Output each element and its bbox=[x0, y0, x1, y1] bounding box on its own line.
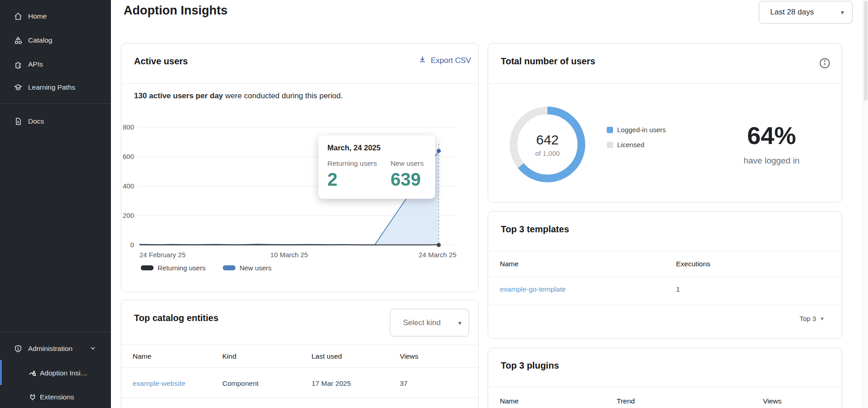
svg-text:24 February 25: 24 February 25 bbox=[139, 251, 186, 259]
kind-value: Component bbox=[222, 379, 259, 388]
sidebar-divider bbox=[0, 103, 111, 104]
card-title: Top 3 templates bbox=[501, 224, 569, 235]
legend-swatch bbox=[607, 127, 613, 133]
column-header-trend: Trend bbox=[617, 397, 635, 405]
logged-in-percentage: 64% have logged in bbox=[713, 121, 830, 166]
sidebar-item-administration[interactable]: Administration bbox=[0, 342, 111, 355]
caret-down-icon: ▾ bbox=[820, 315, 824, 322]
chart-legend: Returning users New users bbox=[141, 264, 272, 272]
table-divider bbox=[488, 305, 842, 305]
column-header-kind: Kind bbox=[222, 352, 236, 360]
donut-center-label: 642 of 1,000 bbox=[507, 104, 588, 185]
legend-new-users: New users bbox=[223, 264, 272, 272]
column-header-name: Name bbox=[133, 352, 151, 360]
legend-swatch bbox=[223, 265, 235, 270]
svg-text:10 March 25: 10 March 25 bbox=[270, 251, 308, 259]
donut-legend: Logged-in users Licensed bbox=[607, 126, 666, 149]
home-icon bbox=[14, 12, 23, 21]
column-header-name: Name bbox=[500, 260, 518, 268]
svg-text:0: 0 bbox=[130, 241, 134, 249]
card-header-divider bbox=[488, 387, 842, 387]
legend-licensed: Licensed bbox=[607, 141, 666, 149]
tooltip-returning-value: 2 bbox=[327, 169, 377, 190]
total-users-card: Total number of users 642 of 1,000 Logge… bbox=[488, 43, 842, 202]
tooltip-date: March, 24 2025 bbox=[327, 144, 426, 152]
top-catalog-entities-card: Top catalog entities Select kind ▾ Name … bbox=[121, 300, 479, 408]
sidebar: Home Catalog APIs Learning Paths Docs Ad… bbox=[0, 0, 111, 408]
page-title: Adoption Insights bbox=[124, 4, 227, 18]
puzzle-icon bbox=[14, 60, 23, 69]
period-select[interactable]: Last 28 days ▾ bbox=[759, 1, 853, 24]
legend-logged-in: Logged-in users bbox=[607, 126, 666, 134]
scrollbar-thumb[interactable] bbox=[864, 1, 868, 101]
shield-icon bbox=[14, 344, 23, 353]
table-divider bbox=[121, 398, 478, 398]
views-value: 37 bbox=[400, 379, 408, 388]
logged-in-count: 642 bbox=[536, 132, 559, 148]
column-header-last-used: Last used bbox=[312, 352, 342, 360]
trend-search-icon bbox=[28, 369, 37, 378]
info-icon[interactable] bbox=[819, 57, 831, 71]
sidebar-divider bbox=[0, 331, 111, 332]
column-header-views: Views bbox=[763, 397, 782, 405]
last-used-value: 17 Mar 2025 bbox=[312, 379, 351, 388]
top-n-select[interactable]: Top 3 ▾ bbox=[800, 315, 824, 322]
card-header-divider bbox=[488, 83, 842, 84]
caret-down-icon: ▾ bbox=[841, 9, 844, 16]
export-csv-button[interactable]: Export CSV bbox=[418, 55, 471, 66]
legend-swatch bbox=[607, 142, 613, 148]
graduation-cap-icon bbox=[14, 83, 23, 92]
card-title: Top 3 plugins bbox=[501, 360, 559, 371]
card-title: Top catalog entities bbox=[134, 313, 218, 323]
executions-value: 1 bbox=[676, 285, 680, 293]
page-scrollbar[interactable] bbox=[863, 0, 868, 408]
percent-caption: have logged in bbox=[713, 156, 830, 166]
chart-tooltip: March, 24 2025 Returning users 2 New use… bbox=[318, 135, 435, 199]
card-header-divider bbox=[121, 83, 478, 84]
period-select-value: Last 28 days bbox=[770, 8, 814, 17]
entity-link[interactable]: example-website bbox=[133, 379, 185, 388]
sidebar-item-catalog[interactable]: Catalog bbox=[0, 34, 111, 47]
svg-text:400: 400 bbox=[123, 182, 134, 190]
svg-text:24 March 25: 24 March 25 bbox=[419, 251, 456, 259]
sidebar-item-learning-paths[interactable]: Learning Paths bbox=[0, 81, 111, 94]
legend-swatch bbox=[141, 265, 153, 270]
column-header-views: Views bbox=[400, 352, 418, 360]
percent-value: 64% bbox=[713, 121, 830, 149]
select-kind-dropdown[interactable]: Select kind ▾ bbox=[390, 309, 469, 336]
caret-down-icon: ▾ bbox=[458, 319, 461, 326]
template-link[interactable]: example-go-template bbox=[500, 285, 566, 293]
sidebar-item-adoption-insights[interactable]: Adoption Insights bbox=[0, 367, 111, 379]
licensed-total: of 1,000 bbox=[535, 149, 560, 157]
top-templates-card: Top 3 templates Name Executions example-… bbox=[488, 211, 842, 339]
legend-returning-users: Returning users bbox=[141, 264, 206, 272]
plug-icon bbox=[28, 393, 37, 402]
sidebar-item-extensions[interactable]: Extensions bbox=[0, 391, 111, 403]
column-header-name: Name bbox=[500, 397, 518, 405]
card-header-divider bbox=[488, 251, 842, 251]
document-icon bbox=[14, 117, 23, 126]
tooltip-returning-label: Returning users bbox=[327, 159, 377, 168]
tooltip-new-label: New users bbox=[390, 159, 423, 168]
svg-text:200: 200 bbox=[123, 211, 134, 219]
chevron-down-icon bbox=[89, 345, 96, 354]
sidebar-item-docs[interactable]: Docs bbox=[0, 115, 111, 128]
column-header-executions: Executions bbox=[676, 260, 710, 268]
table-divider bbox=[488, 277, 842, 277]
table-divider bbox=[121, 367, 478, 368]
card-title: Total number of users bbox=[501, 56, 595, 67]
catalog-icon bbox=[14, 36, 23, 45]
svg-text:600: 600 bbox=[123, 153, 134, 160]
top-plugins-card: Top 3 plugins Name Trend Views bbox=[488, 348, 842, 408]
tooltip-new-value: 639 bbox=[390, 169, 423, 190]
sidebar-item-home[interactable]: Home bbox=[0, 10, 111, 23]
chart-subtitle: 130 active users per day were conducted … bbox=[134, 91, 343, 101]
card-title: Active users bbox=[134, 56, 188, 67]
sidebar-item-apis[interactable]: APIs bbox=[0, 58, 111, 71]
card-header-divider bbox=[121, 345, 478, 345]
active-users-card: Active users Export CSV 130 active users… bbox=[121, 43, 479, 292]
download-icon bbox=[418, 55, 427, 66]
svg-text:800: 800 bbox=[123, 123, 134, 131]
